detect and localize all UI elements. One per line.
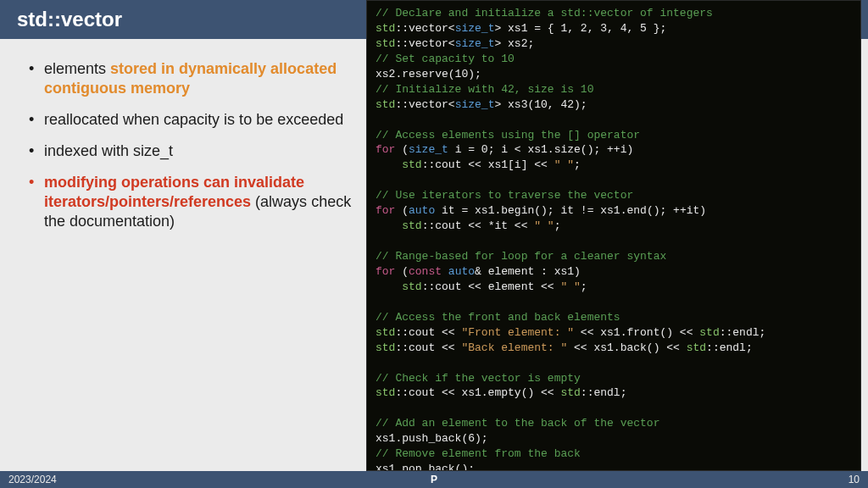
code-text: ::cout << element <<: [422, 280, 561, 293]
code-text: ::cout << xs1[i] <<: [422, 158, 554, 171]
bullet-item: elements stored in dynamically allocated…: [25, 59, 356, 98]
code-keyword: for: [376, 204, 395, 217]
code-text: ::cout <<: [395, 341, 461, 354]
bullet-item: reallocated when capacity is to be excee…: [25, 110, 356, 130]
code-text: ::cout <<: [395, 326, 461, 339]
code-string: "Back element: ": [461, 341, 567, 354]
code-comment: // Remove element from the back: [376, 447, 581, 460]
code-text: ::vector<: [395, 98, 454, 111]
code-text: (: [395, 265, 409, 278]
slide: std::vector elements stored in dynamical…: [0, 0, 868, 488]
code-ns: std: [376, 37, 395, 50]
code-indent: [376, 158, 402, 171]
code-indent: [376, 280, 402, 293]
content-body: elements stored in dynamically allocated…: [25, 59, 356, 243]
code-indent: [376, 219, 402, 232]
code-keyword: for: [376, 265, 395, 278]
bullet-item: indexed with size_t: [25, 141, 356, 161]
code-ns: std: [376, 22, 395, 35]
code-ns: std: [376, 98, 395, 111]
code-text: xs1.pop_back();: [376, 463, 475, 471]
code-string: "Front element: ": [461, 326, 574, 339]
code-comment: // Declare and initialize a std::vector …: [376, 7, 713, 19]
code-type: size_t: [409, 143, 448, 156]
code-comment: // Initialize with 42, size is 10: [376, 83, 593, 96]
code-type: size_t: [455, 22, 495, 35]
code-ns: std: [699, 326, 719, 339]
code-comment: // Check if the vector is empty: [376, 372, 581, 385]
bullet-text: indexed with size_t: [44, 142, 173, 159]
bullet-list: elements stored in dynamically allocated…: [25, 59, 356, 231]
code-ns: std: [402, 280, 421, 293]
code-type: auto: [409, 204, 435, 217]
code-comment: // Add an element to the back of the vec…: [376, 417, 659, 430]
code-text: ::vector<: [395, 22, 454, 35]
code-text: ::endl;: [706, 341, 753, 354]
code-ns: std: [560, 386, 580, 399]
code-type: size_t: [455, 37, 495, 50]
code-text: ;: [581, 280, 587, 293]
code-text: << xs1.front() <<: [574, 326, 699, 339]
code-ns: std: [376, 326, 395, 339]
code-keyword: const: [409, 265, 442, 278]
code-text: ::vector<: [395, 37, 454, 50]
code-text: & element : xs1): [475, 265, 581, 278]
code-text: i = 0; i < xs1.size(); ++i): [448, 143, 633, 156]
footer-page-number: 10: [849, 474, 860, 485]
code-text: ::endl;: [581, 386, 627, 399]
code-text: [442, 265, 448, 278]
code-text: << xs1.back() <<: [567, 341, 686, 354]
bullet-item: modifying operations can invalidate iter…: [25, 173, 356, 231]
footer-mid: P: [431, 474, 437, 485]
code-string: " ": [560, 280, 580, 293]
code-text: ::cout << *it <<: [422, 219, 535, 232]
code-comment: // Use iterators to traverse the vector: [376, 189, 633, 202]
code-string: " ": [554, 158, 574, 171]
code-type: size_t: [455, 98, 495, 111]
code-comment: // Set capacity to 10: [376, 53, 515, 65]
footer-left: 2023/2024: [8, 474, 57, 485]
code-comment: // Access elements using the [] operator: [376, 129, 640, 141]
code-text: ::cout << xs1.empty() <<: [395, 386, 560, 399]
code-text: ::endl;: [720, 326, 766, 339]
code-ns: std: [376, 341, 395, 354]
code-text: it = xs1.begin(); it != xs1.end(); ++it): [435, 204, 706, 217]
code-ns: std: [402, 219, 421, 232]
code-comment: // Access the front and back elements: [376, 311, 620, 324]
code-text: ;: [574, 158, 581, 171]
bullet-text: elements: [44, 60, 110, 77]
code-ns: std: [402, 158, 421, 171]
code-ns: std: [687, 341, 706, 354]
footer-bar: 2023/2024 P 10: [0, 471, 868, 488]
code-text: xs2.reserve(10);: [376, 68, 481, 80]
code-comment: // Range-based for loop for a cleaner sy…: [376, 250, 666, 263]
code-ns: std: [376, 386, 395, 399]
code-text: > xs1 = { 1, 2, 3, 4, 5 };: [494, 22, 666, 35]
bullet-text: reallocated when capacity is to be excee…: [44, 111, 343, 128]
code-text: xs1.push_back(6);: [376, 432, 488, 445]
code-text: (: [395, 204, 409, 217]
code-text: (: [395, 143, 409, 156]
code-panel: // Declare and initialize a std::vector …: [366, 0, 861, 471]
code-keyword: for: [376, 143, 395, 156]
code-text: > xs3(10, 42);: [494, 98, 587, 111]
code-type: auto: [448, 265, 475, 278]
code-text: > xs2;: [494, 37, 534, 50]
code-string: " ": [534, 219, 554, 232]
slide-title: std::vector: [17, 8, 122, 31]
code-text: ;: [554, 219, 561, 232]
